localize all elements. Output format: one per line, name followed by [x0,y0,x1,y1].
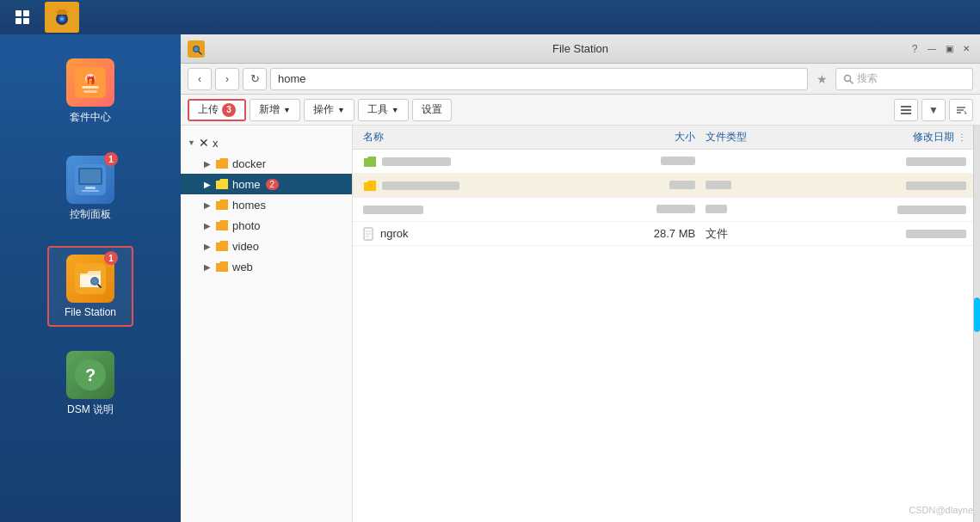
row2-icon [363,180,377,192]
row1-date-cell [792,157,973,166]
row2-date [906,181,966,190]
row1-size-cell [619,155,706,168]
svg-point-26 [845,75,851,81]
col-date-label: 修改日期 [913,130,954,144]
row1-icon [363,156,377,168]
photo-label: photo [232,219,261,232]
row1-name [382,157,451,166]
col-date-header: 修改日期 ⋮ [792,130,973,144]
svg-rect-2 [15,18,22,24]
svg-point-19 [92,279,97,284]
list-view-button[interactable] [894,99,918,121]
desktop-icon-appstore[interactable]: 🎁 套件中心 [47,52,133,132]
scrollbar[interactable] [973,126,980,522]
tree-item-docker[interactable]: ▶ docker [181,153,352,174]
watermark: CSDN@dlayne [909,505,973,515]
navigation-toolbar: ‹ › ↻ home ★ 搜索 [181,64,980,95]
ngrok-date-cell [792,230,973,238]
new-button[interactable]: 新增 ▼ [250,99,300,121]
search-placeholder: 搜索 [857,71,878,86]
desktop-icon-filestation[interactable]: 1 File Station [47,246,133,327]
bookmark-button[interactable]: ★ [811,68,832,90]
tree-item-homes[interactable]: ▶ homes [181,194,352,215]
minimize-button[interactable]: — [925,42,939,56]
filestation-icon-img: 1 [66,255,114,303]
ngrok-date [906,230,966,238]
photo-folder-icon [215,219,229,231]
close-button[interactable]: ✕ [959,42,973,56]
homes-folder-icon [215,199,229,211]
tree-item-home[interactable]: ▶ home 2 [181,174,352,194]
tools-arrow-icon: ▼ [391,106,399,114]
search-bar[interactable]: 搜索 [835,68,973,90]
address-bar[interactable]: home [270,68,808,90]
filestation-taskbar-icon[interactable] [45,2,79,33]
col-name-header: 名称 [353,130,619,144]
video-folder-icon [215,240,229,252]
row2-name [382,181,459,190]
tree-item-video[interactable]: ▶ video [181,236,352,256]
view-options-button[interactable]: ▼ [921,99,946,121]
tree-item-web[interactable]: ▶ web [181,256,352,277]
forward-button[interactable]: › [215,68,239,90]
back-button[interactable]: ‹ [188,68,212,90]
file-row-ngrok[interactable]: ngrok 28.7 MB 文件 [353,222,973,246]
row2-date-cell [792,181,973,190]
help-button[interactable]: ? [908,42,921,56]
homes-arrow-icon: ▶ [201,200,213,210]
col-name-label: 名称 [363,131,384,143]
row1-name-cell [353,156,619,168]
content-area: ▼ ✕ x ▶ docker ▶ [181,126,980,522]
settings-button[interactable]: 设置 [412,99,452,121]
file-tree: ▼ ✕ x ▶ docker ▶ [181,126,353,522]
controlpanel-badge: 1 [104,152,118,166]
file-list-header: 名称 大小 文件类型 修改日期 ⋮ [353,126,973,150]
file-row-2[interactable] [353,174,973,198]
home-folder-icon [215,178,229,190]
svg-line-27 [850,81,853,83]
row3-date [897,206,966,214]
filestation-window: File Station ? — ▣ ✕ ‹ › ↻ home ★ 搜索 [181,34,980,522]
action-button[interactable]: 操作 ▼ [304,99,354,121]
root-label: x [213,137,219,150]
col-type-header: 文件类型 [706,130,792,144]
ngrok-file-icon [363,227,375,241]
row2-type-cell [706,179,792,192]
ngrok-name: ngrok [380,227,409,240]
file-list-panel: 名称 大小 文件类型 修改日期 ⋮ [353,126,973,522]
desktop-icon-dsmhelp[interactable]: ? DSM 说明 [47,344,133,424]
action-arrow-icon: ▼ [337,106,345,114]
sort-icon [955,104,967,116]
row3-size [656,205,695,213]
col-more-icon[interactable]: ⋮ [958,132,966,142]
taskbar [0,0,980,34]
title-bar: File Station ? — ▣ ✕ [181,34,980,64]
web-arrow-icon: ▶ [201,262,213,272]
filestation-badge: 1 [104,251,118,265]
file-row-3[interactable] [353,198,973,222]
grid-icon[interactable] [7,2,38,33]
row3-type-cell [706,203,792,216]
maximize-button[interactable]: ▣ [942,42,956,56]
file-row-1[interactable] [353,150,973,174]
sort-button[interactable] [949,99,973,121]
svg-point-6 [60,17,64,21]
upload-button[interactable]: 上传 3 [188,99,246,121]
refresh-button[interactable]: ↻ [243,68,267,90]
action-label: 操作 [313,102,334,117]
tree-item-photo[interactable]: ▶ photo [181,215,352,236]
desktop-icon-controlpanel[interactable]: 1 控制面板 [47,149,133,229]
home-badge: 2 [266,179,280,190]
svg-rect-29 [901,109,911,111]
ngrok-type-cell: 文件 [706,226,792,242]
docker-arrow-icon: ▶ [201,159,213,169]
docker-folder-icon [215,157,229,169]
address-text: home [278,72,306,85]
web-folder-icon [215,261,229,273]
svg-point-24 [194,46,199,51]
svg-rect-30 [901,113,911,114]
photo-arrow-icon: ▶ [201,221,213,230]
tools-button[interactable]: 工具 ▼ [358,99,409,121]
appstore-label: 套件中心 [70,110,111,125]
tree-root-x[interactable]: ▼ ✕ x [181,132,352,153]
